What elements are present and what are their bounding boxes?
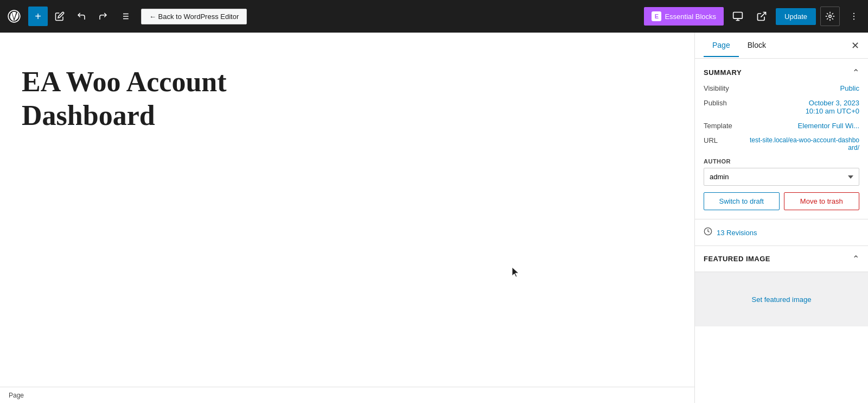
featured-image-toggle[interactable]: ⌃ xyxy=(852,254,859,264)
publish-date[interactable]: October 3, 2023 xyxy=(806,99,859,107)
visibility-value[interactable]: Public xyxy=(840,84,859,92)
chevron-up-icon: ⌃ xyxy=(852,68,859,77)
template-label: Template xyxy=(704,122,747,130)
author-select[interactable]: admin xyxy=(704,168,859,186)
publish-value-container: October 3, 2023 10:10 am UTC+0 xyxy=(806,99,859,115)
move-to-trash-button[interactable]: Move to trash xyxy=(784,192,860,210)
redo-button[interactable] xyxy=(93,7,113,26)
featured-image-section: Featured image ⌃ Set featured image xyxy=(695,246,868,403)
desktop-view-button[interactable] xyxy=(728,7,748,26)
svg-point-10 xyxy=(829,15,832,18)
summary-header: Summary ⌃ xyxy=(704,67,859,78)
featured-image-area: Set featured image xyxy=(695,272,868,326)
svg-line-9 xyxy=(761,12,765,17)
template-value[interactable]: Elementor Full Wi... xyxy=(798,122,859,130)
svg-point-12 xyxy=(853,16,854,17)
visibility-row: Visibility Public xyxy=(704,84,859,92)
close-icon: ✕ xyxy=(851,40,859,52)
switch-to-draft-button[interactable]: Switch to draft xyxy=(704,192,780,210)
revisions-row[interactable]: 13 Revisions xyxy=(695,219,868,246)
template-row: Template Elementor Full Wi... xyxy=(704,122,859,130)
action-buttons: Switch to draft Move to trash xyxy=(704,192,859,210)
url-row: URL test-site.local/ea-woo-account-dashb… xyxy=(704,136,859,152)
toolbar: + ← Back to WordPress Editor E Essential… xyxy=(0,0,868,33)
sidebar-tabs: Page Block xyxy=(704,34,775,57)
essential-blocks-icon: E xyxy=(652,11,661,21)
back-to-wordpress-button[interactable]: ← Back to WordPress Editor xyxy=(141,9,247,24)
tab-block[interactable]: Block xyxy=(739,34,775,57)
summary-section: Summary ⌃ Visibility Public Publish Octo… xyxy=(695,59,868,219)
author-section: AUTHOR admin xyxy=(704,158,859,186)
more-options-button[interactable] xyxy=(844,7,864,26)
url-value[interactable]: test-site.local/ea-woo-account-dashboard… xyxy=(747,136,859,152)
svg-point-11 xyxy=(853,13,854,14)
close-sidebar-button[interactable]: ✕ xyxy=(851,40,859,52)
featured-image-title: Featured image xyxy=(704,255,770,263)
url-label: URL xyxy=(704,136,747,144)
list-view-button[interactable] xyxy=(115,7,135,26)
options-button[interactable] xyxy=(820,7,840,26)
author-label: AUTHOR xyxy=(704,158,859,165)
essential-blocks-label: Essential Blocks xyxy=(665,12,716,21)
visibility-label: Visibility xyxy=(704,84,747,92)
summary-title: Summary xyxy=(704,68,742,77)
revisions-label: 13 Revisions xyxy=(717,229,757,237)
undo-button[interactable] xyxy=(72,7,91,26)
featured-image-header: Featured image ⌃ xyxy=(695,246,868,272)
main-layout: EA Woo Account Dashboard Edit with Eleme… xyxy=(0,33,868,403)
toolbar-right: E Essential Blocks Update xyxy=(644,7,864,26)
update-button[interactable]: Update xyxy=(776,8,816,25)
revisions-icon xyxy=(704,227,712,238)
status-bar-label: Page xyxy=(9,392,24,399)
publish-label: Publish xyxy=(704,99,747,107)
publish-row: Publish October 3, 2023 10:10 am UTC+0 xyxy=(704,99,859,115)
preview-button[interactable] xyxy=(752,7,771,26)
svg-point-13 xyxy=(853,18,854,20)
essential-blocks-button[interactable]: E Essential Blocks xyxy=(644,7,724,26)
svg-rect-6 xyxy=(733,12,743,19)
summary-toggle[interactable]: ⌃ xyxy=(852,67,859,78)
sidebar-header: Page Block ✕ xyxy=(695,33,868,59)
chevron-up-icon-2: ⌃ xyxy=(852,254,859,263)
add-block-button[interactable]: + xyxy=(28,7,48,26)
edit-button[interactable] xyxy=(50,7,69,26)
publish-time[interactable]: 10:10 am UTC+0 xyxy=(806,107,859,115)
right-sidebar: Page Block ✕ Summary ⌃ Visibility Public xyxy=(694,33,868,403)
wp-logo[interactable] xyxy=(4,7,24,26)
status-bar: Page xyxy=(0,387,694,403)
set-featured-image-button[interactable]: Set featured image xyxy=(730,274,833,325)
tab-page[interactable]: Page xyxy=(704,34,739,57)
